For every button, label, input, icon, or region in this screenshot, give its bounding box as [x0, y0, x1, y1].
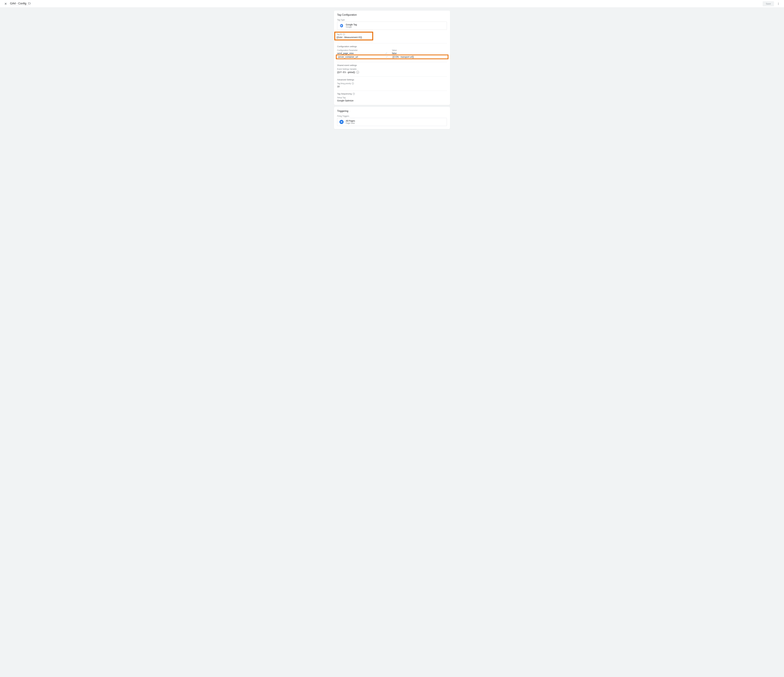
- title-input-area[interactable]: GA4 - Config: [10, 2, 31, 6]
- tag-type-selector[interactable]: G Google Tag Google: [337, 22, 447, 30]
- svg-point-7: [341, 122, 342, 122]
- svg-point-3: [778, 3, 779, 4]
- tag-configuration-card[interactable]: Tag Configuration Tag Type G Google Tag …: [334, 11, 450, 105]
- event-settings-label: Event Settings Variable: [337, 68, 447, 70]
- divider: [337, 76, 447, 77]
- help-icon[interactable]: ?: [352, 82, 354, 85]
- event-settings-value-row: {{GT- ES - global}} i: [337, 71, 447, 74]
- more-vertical-icon: [777, 2, 780, 5]
- config-row: send_page_view false: [337, 51, 447, 54]
- tag-id-highlight: Tag ID ? {{GA4 - Measurement ID}}: [334, 32, 373, 40]
- tag-type-label: Tag Type: [337, 19, 447, 21]
- page-view-icon: [339, 120, 344, 124]
- param-value: {{CON - transport url}}: [392, 56, 447, 58]
- triggering-card[interactable]: Triggering Firing Triggers All Pages Pag…: [334, 107, 450, 129]
- tag-sequencing-title: Tag Sequencing: [337, 93, 352, 95]
- config-row-highlight: server_container_url {{CON - transport u…: [336, 54, 448, 59]
- check-icon: [386, 56, 388, 58]
- tag-type-vendor: Google: [346, 26, 357, 28]
- tag-id-value: {{GA4 - Measurement ID}}: [336, 36, 371, 39]
- close-icon: [4, 2, 7, 5]
- tag-sequencing-title-row: Tag Sequencing ?: [337, 93, 447, 95]
- close-button[interactable]: [3, 1, 9, 7]
- svg-text:G: G: [341, 25, 342, 26]
- firing-triggers-label: Firing Triggers: [337, 115, 447, 117]
- page-title: GA4 - Config: [10, 2, 26, 5]
- more-menu-button[interactable]: [775, 1, 781, 7]
- tag-id-label: Tag ID ?: [336, 33, 371, 36]
- setup-tag-label: Setup Tag: [337, 96, 447, 99]
- trigger-name: All Pages: [346, 120, 355, 122]
- col-value-header: Value: [392, 49, 447, 51]
- trigger-row[interactable]: All Pages Page View: [337, 118, 447, 126]
- help-icon[interactable]: ?: [343, 33, 345, 36]
- event-settings-value: {{GT- ES - global}}: [337, 71, 355, 73]
- param-name: server_container_url: [338, 56, 358, 58]
- folder-icon[interactable]: [28, 2, 31, 5]
- help-icon[interactable]: ?: [353, 93, 355, 95]
- param-name: send_page_view: [337, 52, 353, 54]
- setup-tag-value: Google Optimize: [337, 99, 447, 102]
- divider: [337, 43, 447, 43]
- config-table-header: Configuration Parameter Value: [337, 49, 447, 51]
- main-content: Tag Configuration Tag Type G Google Tag …: [333, 11, 451, 129]
- header-actions: Save: [763, 1, 781, 7]
- info-icon[interactable]: i: [356, 71, 359, 74]
- shared-event-title: Shared event settings: [337, 64, 447, 67]
- col-param-header: Configuration Parameter: [337, 49, 392, 51]
- tag-type-name: Google Tag: [346, 23, 357, 26]
- svg-point-2: [778, 3, 779, 3]
- tag-firing-priority-label: Tag firing priority ?: [337, 82, 447, 85]
- config-table: Configuration Parameter Value send_page_…: [337, 49, 447, 59]
- tag-config-title: Tag Configuration: [337, 14, 447, 16]
- divider: [337, 90, 447, 91]
- param-value: false: [392, 52, 447, 54]
- triggering-title: Triggering: [337, 110, 447, 113]
- google-tag-icon: G: [339, 24, 344, 28]
- config-settings-title: Configuration settings: [337, 45, 447, 48]
- advanced-settings-title: Advanced Settings: [337, 79, 447, 81]
- check-icon: [385, 52, 387, 54]
- tag-firing-priority-value: 10: [337, 85, 447, 88]
- app-header: GA4 - Config Save: [0, 0, 784, 8]
- trigger-type: Page View: [346, 122, 355, 124]
- svg-point-4: [778, 4, 779, 5]
- save-button[interactable]: Save: [763, 1, 774, 6]
